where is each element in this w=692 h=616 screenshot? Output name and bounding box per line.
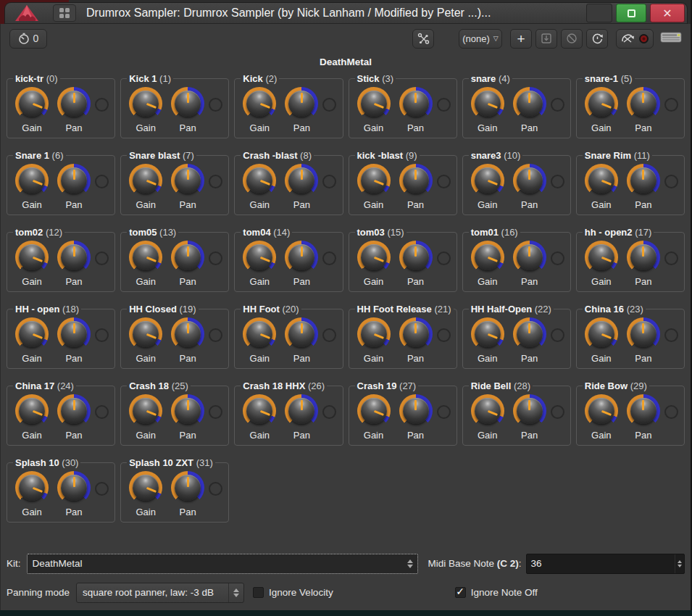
pan-knob[interactable] <box>399 317 433 351</box>
pad-label: Crash -blast (8) <box>241 150 314 161</box>
pan-knob[interactable] <box>627 87 660 120</box>
pan-knob[interactable] <box>399 164 433 197</box>
gain-knob[interactable] <box>243 87 276 120</box>
pan-knob[interactable] <box>57 394 91 428</box>
ignore-velocity-checkbox[interactable] <box>253 587 264 598</box>
gain-label: Gain <box>22 122 41 133</box>
pan-knob[interactable] <box>627 164 660 197</box>
pan-knob[interactable] <box>285 394 318 428</box>
pan-knob[interactable] <box>285 241 318 274</box>
gain-knob[interactable] <box>15 394 49 428</box>
pan-knob[interactable] <box>285 164 318 197</box>
gain-knob[interactable] <box>471 87 504 120</box>
drum-pad: Snare 1 (6) Gain <box>7 150 115 215</box>
pan-knob[interactable] <box>513 241 546 274</box>
pan-label: Pan <box>635 276 651 287</box>
maximize-button[interactable] <box>616 4 646 22</box>
pin-routing-button[interactable] <box>412 29 434 49</box>
ignore-note-off-checkbox[interactable]: ✓ <box>455 587 466 598</box>
panning-mode-dropdown[interactable]: square root panner, law: -3 dB <box>76 583 244 603</box>
pan-knob[interactable] <box>627 241 660 274</box>
pan-knob[interactable] <box>171 164 204 197</box>
trigger-led <box>209 251 222 265</box>
pan-knob[interactable] <box>171 471 204 504</box>
pan-knob[interactable] <box>513 164 546 197</box>
pan-knob[interactable] <box>57 241 91 274</box>
gain-knob[interactable] <box>585 87 618 120</box>
save-preset-button[interactable] <box>535 29 557 49</box>
gain-knob[interactable] <box>357 317 391 351</box>
combo-arrows-icon <box>228 583 243 602</box>
automation-record-button[interactable] <box>616 29 654 49</box>
midi-keyboard-button[interactable] <box>660 30 682 47</box>
gain-knob[interactable] <box>243 164 276 197</box>
gain-knob[interactable] <box>471 317 504 351</box>
gain-knob[interactable] <box>471 394 504 428</box>
gain-knob[interactable] <box>129 164 162 197</box>
pan-knob[interactable] <box>399 241 433 274</box>
pan-knob[interactable] <box>513 317 546 351</box>
pan-knob[interactable] <box>285 87 318 120</box>
gain-knob[interactable] <box>357 394 391 428</box>
gain-knob[interactable] <box>243 241 276 274</box>
pan-knob[interactable] <box>399 394 433 428</box>
gain-knob[interactable] <box>585 241 618 274</box>
latency-button[interactable]: 0 <box>9 29 47 49</box>
pan-knob[interactable] <box>171 241 204 274</box>
close-button[interactable]: ✕ <box>650 4 685 22</box>
gain-knob[interactable] <box>129 241 162 274</box>
gain-knob[interactable] <box>357 241 391 274</box>
pan-label: Pan <box>521 122 538 133</box>
gain-knob[interactable] <box>471 164 504 197</box>
pan-knob[interactable] <box>285 317 318 351</box>
gain-knob[interactable] <box>585 394 618 428</box>
pan-knob-pointer <box>187 93 189 103</box>
pan-knob[interactable] <box>57 317 91 351</box>
trigger-led <box>322 98 336 112</box>
pan-knob[interactable] <box>171 87 204 120</box>
gain-knob[interactable] <box>129 394 162 428</box>
pan-knob[interactable] <box>171 394 204 428</box>
add-preset-button[interactable]: + <box>510 29 532 49</box>
panning-mode-label: Panning mode <box>7 587 70 598</box>
gain-knob[interactable] <box>129 471 162 504</box>
pan-knob[interactable] <box>57 471 91 504</box>
gain-label: Gain <box>364 276 383 287</box>
gain-knob[interactable] <box>471 241 504 274</box>
gain-label: Gain <box>136 199 155 210</box>
gain-knob[interactable] <box>585 317 618 351</box>
gain-knob[interactable] <box>129 317 162 351</box>
pan-knob[interactable] <box>399 87 433 120</box>
drum-pad: tom03 (15) Gain <box>349 227 457 292</box>
gain-knob[interactable] <box>15 241 49 274</box>
gain-knob[interactable] <box>243 317 276 351</box>
pan-knob[interactable] <box>627 394 660 428</box>
delete-preset-button[interactable] <box>561 29 583 49</box>
gain-knob[interactable] <box>129 87 162 120</box>
gain-knob[interactable] <box>15 471 49 504</box>
gain-knob[interactable] <box>15 87 49 120</box>
gain-knob[interactable] <box>357 87 391 120</box>
knob-row: Gain Pan <box>355 317 454 364</box>
pan-knob[interactable] <box>513 87 546 120</box>
pan-knob[interactable] <box>57 87 91 120</box>
gain-knob[interactable] <box>357 164 391 197</box>
gain-knob[interactable] <box>15 317 49 351</box>
titlebar[interactable]: Drumrox Sampler: Drumrox Sampler (by Nic… <box>4 2 688 24</box>
pan-knob[interactable] <box>57 164 91 197</box>
minimize-button[interactable] <box>586 4 612 22</box>
gain-knob[interactable] <box>243 394 276 428</box>
kit-dropdown[interactable]: DeathMetal <box>27 554 418 574</box>
midi-base-note-spinbox[interactable]: 36 <box>526 554 685 574</box>
preset-dropdown[interactable]: (none) ▽ <box>459 29 502 49</box>
pan-knob[interactable] <box>513 394 546 428</box>
gain-knob[interactable] <box>585 164 618 197</box>
window-menu-button[interactable] <box>53 4 76 22</box>
gain-knob[interactable] <box>15 164 49 197</box>
pad-label: Splash 10 ZXT (31) <box>127 457 215 468</box>
pan-knob[interactable] <box>171 317 204 351</box>
pad-label: tom01 (16) <box>469 227 520 238</box>
knob-row: Gain Pan <box>583 87 681 133</box>
pan-knob[interactable] <box>627 317 660 351</box>
reset-button[interactable] <box>586 29 608 49</box>
